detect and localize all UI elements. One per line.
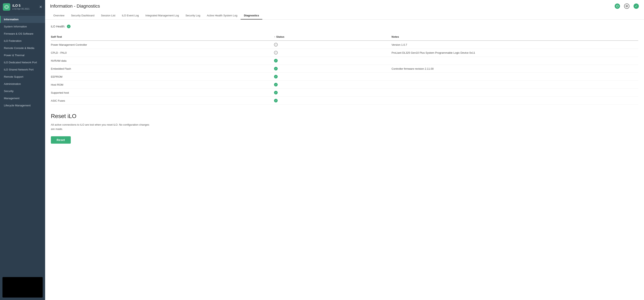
reset-section: Reset iLO All active connections to iLO … (51, 113, 638, 144)
svg-point-2 (616, 5, 618, 7)
reset-button[interactable]: Reset (51, 136, 71, 144)
tab-security-log[interactable]: Security Log (182, 12, 204, 19)
health-status-icon[interactable] (614, 3, 620, 9)
cell-notes: ProLiant DL325 Gen10 Plus System Program… (392, 49, 638, 57)
cell-status: ✓ (274, 65, 392, 73)
sidebar-logo: iLO 5 2.42 Apr 05 2021 (3, 3, 30, 11)
cell-notes (392, 97, 638, 105)
health-check-icon: ✓ (67, 24, 70, 28)
cell-name: ASIC Fuses (51, 97, 274, 105)
cell-notes (392, 81, 638, 89)
logo-icon (3, 3, 10, 11)
table-row: Host ROM ✓ (51, 81, 638, 89)
target-icon (624, 3, 630, 9)
tab-security-dashboard[interactable]: Security Dashboard (68, 12, 98, 19)
status-check-icon: ✓ (274, 59, 278, 62)
cell-notes (392, 89, 638, 97)
reset-title: Reset iLO (51, 113, 638, 119)
table-row: Embedded Flash ✓ Controller firmware rev… (51, 65, 638, 73)
content-area: iLO Health: ✓ Self-Test ↑Status Notes Po… (45, 20, 644, 300)
sidebar-thumbnail (2, 277, 43, 298)
cell-name: Supported host (51, 89, 274, 97)
sidebar-item-ilo-federation[interactable]: iLO Federation (0, 37, 45, 44)
check-circle-icon: ✓ (634, 3, 639, 9)
svg-marker-1 (6, 6, 8, 8)
col-header-notes: Notes (392, 33, 638, 40)
sidebar-item-information[interactable]: Information (0, 16, 45, 23)
tab-overview[interactable]: Overview (50, 12, 68, 19)
status-check-icon: ✓ (274, 99, 278, 102)
status-check-icon: ✓ (274, 83, 278, 86)
status-check-icon: ✓ (274, 75, 278, 78)
tab-integrated-mgmt-log[interactable]: Integrated Management Log (142, 12, 182, 19)
close-icon[interactable]: ✕ (39, 5, 42, 9)
power-icon (615, 3, 620, 9)
self-test-table: Self-Test ↑Status Notes Power Management… (51, 33, 638, 105)
header-icons: ✓ (614, 3, 639, 9)
cell-status: ✓ (274, 57, 392, 65)
cell-status: ✓ (274, 81, 392, 89)
cell-name: Embedded Flash (51, 65, 274, 73)
sidebar-header: iLO 5 2.42 Apr 05 2021 ✕ (0, 0, 45, 14)
cell-name: NVRAM data (51, 57, 274, 65)
checkmark-icon[interactable]: ✓ (633, 3, 639, 9)
page-title: Information - Diagnostics (50, 3, 100, 9)
health-row: iLO Health: ✓ (51, 24, 638, 28)
table-row: Supported host ✓ (51, 89, 638, 97)
sidebar-item-power-thermal[interactable]: Power & Thermal (0, 52, 45, 59)
sidebar-item-ilo-shared[interactable]: iLO Shared Network Port (0, 66, 45, 73)
health-label: iLO Health: (51, 25, 65, 28)
cell-status: ✓ (274, 73, 392, 81)
col-header-selftest: Self-Test (51, 33, 274, 40)
tab-bar: Overview Security Dashboard Session List… (50, 12, 639, 19)
cell-status: ✓ (274, 89, 392, 97)
app-version: 2.42 Apr 05 2021 (12, 7, 30, 10)
cell-name: Power Management Controller (51, 40, 274, 49)
sidebar-item-administration[interactable]: Administration (0, 80, 45, 87)
sidebar-item-security[interactable]: Security (0, 87, 45, 95)
cell-status: i (274, 40, 392, 49)
table-row: ASIC Fuses ✓ (51, 97, 638, 105)
status-info-icon: i (274, 51, 278, 54)
settings-icon[interactable] (624, 3, 630, 9)
cell-status: ✓ (274, 97, 392, 105)
table-row: EEPROM ✓ (51, 73, 638, 81)
page-header: Information - Diagnostics (45, 0, 644, 20)
status-info-icon: i (274, 43, 278, 46)
cell-notes (392, 57, 638, 65)
table-row: NVRAM data ✓ (51, 57, 638, 65)
col-header-status[interactable]: ↑Status (274, 33, 392, 40)
cell-notes (392, 73, 638, 81)
app-name: iLO 5 (12, 4, 30, 7)
logo-text: iLO 5 2.42 Apr 05 2021 (12, 4, 30, 10)
main-area: Information - Diagnostics (45, 0, 644, 300)
sidebar-item-remote-support[interactable]: Remote Support (0, 73, 45, 80)
status-check-icon: ✓ (274, 91, 278, 94)
sidebar-item-lifecycle[interactable]: Lifecycle Management (0, 102, 45, 109)
svg-marker-0 (5, 5, 8, 9)
cell-name: EEPROM (51, 73, 274, 81)
sidebar-nav: Information System Information Firmware … (0, 14, 45, 275)
svg-point-5 (626, 6, 627, 6)
sidebar-item-firmware-os[interactable]: Firmware & OS Software (0, 30, 45, 37)
sidebar-item-remote-console[interactable]: Remote Console & Media (0, 44, 45, 52)
tab-ilo-event-log[interactable]: iLO Event Log (118, 12, 142, 19)
tab-diagnostics[interactable]: Diagnostics (240, 12, 262, 19)
cell-notes: Version 1.0.7 (392, 40, 638, 49)
tab-active-health-log[interactable]: Active Health System Log (204, 12, 240, 19)
cell-name: Host ROM (51, 81, 274, 89)
page-title-row: Information - Diagnostics (50, 3, 639, 9)
svg-point-4 (626, 5, 628, 7)
sidebar-item-system-information[interactable]: System Information (0, 23, 45, 30)
status-check-icon: ✓ (274, 67, 278, 70)
sidebar: iLO 5 2.42 Apr 05 2021 ✕ Information Sys… (0, 0, 45, 300)
table-row: CPLD - PAL0 i ProLiant DL325 Gen10 Plus … (51, 49, 638, 57)
sidebar-item-management[interactable]: Management (0, 95, 45, 102)
sidebar-item-ilo-dedicated[interactable]: iLO Dedicated Network Port (0, 59, 45, 66)
tab-session-list[interactable]: Session List (98, 12, 118, 19)
cell-status: i (274, 49, 392, 57)
cell-notes: Controller firmware revision 2.11.00 (392, 65, 638, 73)
cell-name: CPLD - PAL0 (51, 49, 274, 57)
reset-description: All active connections to iLO are lost w… (51, 123, 154, 131)
table-row: Power Management Controller i Version 1.… (51, 40, 638, 49)
